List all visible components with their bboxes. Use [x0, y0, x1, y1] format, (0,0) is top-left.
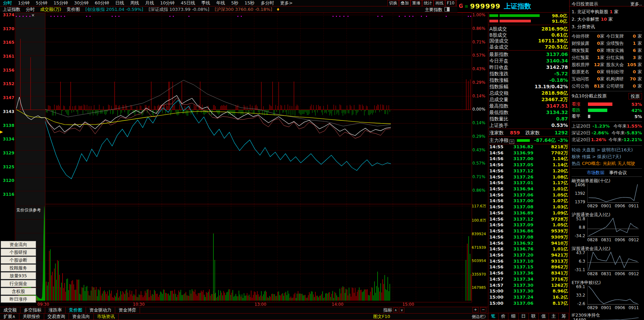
percent-axis-label: 0.43% [472, 67, 488, 71]
notice-item[interactable]: 2. 大小非解禁 10 家 [572, 16, 642, 23]
xtick: 0828 [587, 238, 598, 242]
divider [572, 145, 642, 146]
field-label: A股成交 [489, 26, 507, 32]
buy-bar [500, 14, 540, 17]
sidebar-expand-icon[interactable]: ▶ [0, 130, 3, 134]
auction-note: 竞价仅供参考 [16, 207, 41, 213]
indicator-down-icon[interactable]: ∨ [399, 307, 404, 313]
tick-time: 14:56 [489, 192, 507, 198]
stats-row[interactable]: 财报披露0家业绩预告1家 [572, 40, 642, 47]
function-tab[interactable]: 扩展∧ [0, 314, 19, 320]
quick-button[interactable]: 个股研报 [1, 249, 36, 256]
field-value: 16711.38亿 [538, 38, 568, 44]
sidebar-toggle-button[interactable]: 侧边栏》 [472, 314, 488, 320]
volume-axis-label: 503954 [472, 259, 488, 263]
price-axis-label: 3116 [1, 192, 14, 197]
quote-footer-tab[interactable]: 细 [508, 313, 519, 320]
indicator-tab[interactable]: 成交额 [0, 307, 20, 313]
tick-time: 14:57 [489, 283, 507, 288]
zoom-out-button[interactable]: − [480, 307, 486, 313]
zoom-in-button[interactable]: + [472, 307, 478, 313]
time-tick-label: 15:00 [402, 302, 414, 307]
tick-row: 14:563137.368341万 [489, 270, 568, 276]
indicator-tab[interactable]: 涨跌率 [45, 307, 66, 313]
ytick: 33.2 [572, 293, 585, 298]
quick-button[interactable]: 个股诊断 [1, 257, 36, 264]
decliners-count: 1292 [555, 129, 568, 136]
quick-button[interactable]: 含权股 [1, 288, 36, 295]
indicator-tab[interactable]: 资金博弈 [115, 307, 140, 313]
quote-field: 国债成交16711.38亿 [489, 38, 568, 44]
indicator-up-icon[interactable]: ∧ [393, 307, 398, 313]
quote-footer-tabs: 笔价细日联值主筹 [488, 313, 569, 320]
quote-footer-tab[interactable]: 联 [529, 313, 539, 320]
stock-name[interactable]: 上证指数 [504, 2, 531, 11]
indicator-tab[interactable]: 竞价图 [66, 307, 86, 313]
tick-list[interactable]: 14:553136.828218万14:563136.997702万14:563… [489, 144, 568, 306]
stats-row[interactable]: 公司公告81家公司研报0家 [572, 82, 642, 90]
hotspot-row[interactable]: 热点 CPO概念: 光刻机 无人驾驶 [572, 160, 642, 167]
percent-axis-label: 1.00% [472, 13, 488, 17]
quick-button[interactable]: 昨日涨停 [1, 296, 36, 303]
vote-button[interactable]: 投票 [628, 93, 642, 99]
mini-chart-plot [587, 251, 639, 271]
stats-row[interactable]: 分红预案1家分红实施3家 [572, 54, 642, 61]
notice-text: 北证可申购新股 [577, 9, 610, 14]
function-tab[interactable]: 资金流向 [69, 314, 94, 320]
vote-bar-row: 看涨53% [572, 101, 642, 107]
quote-footer-tab[interactable]: 筹 [559, 313, 569, 320]
divider [572, 31, 642, 32]
quote-footer-tab[interactable]: 主 [549, 313, 559, 320]
more-link[interactable]: 更多.. [630, 1, 642, 7]
period-change: -1.23% [592, 123, 610, 130]
quote-footer-tab[interactable]: 笔 [488, 313, 499, 320]
quick-button[interactable]: 行业掘金 [1, 280, 36, 287]
field-value: 13.19/0.42% [535, 84, 568, 90]
vote-label: 看跌 [572, 107, 585, 113]
field-value: 0.53% [551, 123, 568, 128]
tick-row: 14:563137.061.05亿 [489, 192, 568, 198]
quick-button[interactable]: 资金流向 [1, 241, 36, 248]
stats-row[interactable]: 今始停牌0家今日复牌0家 [572, 33, 642, 40]
stats-row[interactable]: 股权质押12家股东大会105家 [572, 61, 642, 68]
data-tab[interactable]: 市场数据 [587, 170, 605, 176]
stock-code[interactable]: 999999 [470, 2, 501, 10]
quick-button[interactable]: 投顾服务 [1, 264, 36, 271]
quick-button[interactable]: 放量935 [1, 272, 36, 279]
main-intraday-chart[interactable] [0, 0, 488, 320]
decliners-label: 跌家数 [525, 130, 540, 135]
function-tab[interactable]: 市场资讯 [94, 314, 119, 320]
stat-label: 增发实施 [606, 47, 627, 54]
indicator-tab[interactable]: 多空指标 [20, 307, 45, 313]
indicator-label[interactable]: 指标∧∨ [383, 307, 404, 313]
tick-time: 14:57 [489, 277, 507, 282]
notice-item[interactable]: 3. 分类资讯 [572, 23, 642, 31]
data-tab[interactable]: 事件会议 [609, 170, 627, 176]
price-axis-label: 3134 [1, 137, 14, 142]
indicator-tab[interactable]: 资金驱动力 [86, 307, 115, 313]
tick-row: 14:563137.001.07亿 [489, 198, 568, 204]
stats-row[interactable]: 股票更名0家特别处理0家 [572, 68, 642, 75]
hotspot-row[interactable]: 轮动 大盘股 > 疲弱市(已16天) [572, 147, 642, 153]
sell-depth-row: 91.0亿 [489, 19, 568, 23]
function-tab[interactable]: 关联报价 [19, 314, 44, 320]
close-icon[interactable]: × [31, 13, 35, 18]
tick-time: 14:56 [489, 162, 507, 168]
notice-item[interactable]: 1. 北证可申购新股 1 家 [572, 8, 642, 16]
price-axis-label: 3170 [1, 26, 14, 31]
stats-row[interactable]: 互动问答0家机构调研70家 [572, 75, 642, 82]
field-value: 720.51亿 [545, 44, 568, 50]
hotspot-row[interactable]: 板块 传媒 > 煤炭(已7天) [572, 153, 642, 160]
field-label: B股成交 [489, 32, 507, 38]
tick-time: 14:55 [489, 144, 507, 150]
quote-footer-tab[interactable]: 价 [499, 313, 509, 320]
stats-row[interactable]: 增发预案0家增发实施6家 [572, 47, 642, 54]
quote-footer-tab[interactable]: 值 [539, 313, 549, 320]
quote-field: 指数量比0.87 [489, 116, 568, 122]
detail-list-icon[interactable]: ▤ [509, 139, 514, 144]
percent-axis-label: 0.29% [472, 134, 488, 139]
quote-footer-tab[interactable]: 日 [519, 313, 529, 320]
vote-bar-row: 看跌42% [572, 107, 642, 113]
function-tab[interactable]: 交易查询 [44, 314, 69, 320]
graphic-f10-button[interactable]: 图文F10 [373, 314, 390, 319]
